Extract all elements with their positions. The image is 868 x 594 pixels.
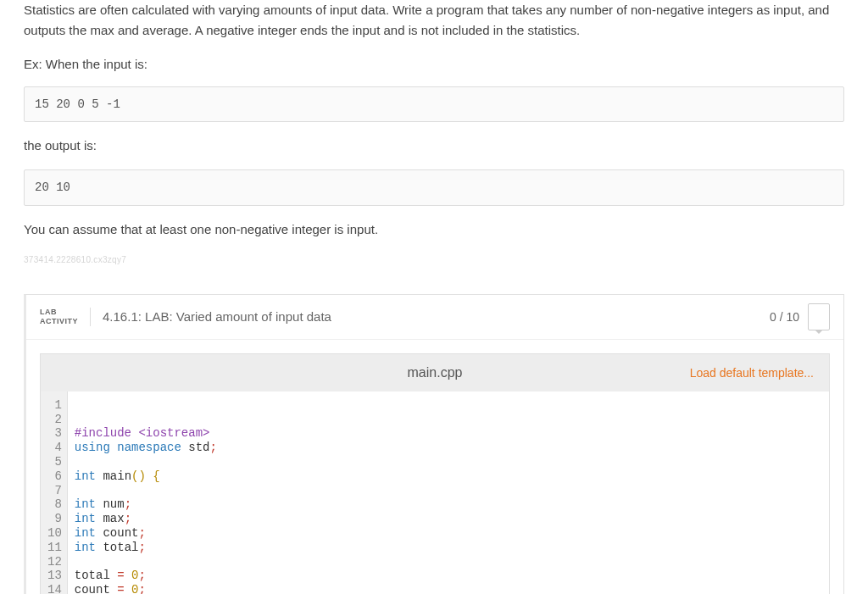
editor-body[interactable]: 1234567891011121314151617 #include <iost… [41, 391, 829, 594]
filename-label: main.cpp [408, 362, 463, 384]
line-number: 6 [47, 469, 62, 484]
problem-description: Statistics are often calculated with var… [24, 0, 844, 41]
line-number: 11 [47, 541, 62, 555]
code-line[interactable] [75, 484, 822, 498]
lab-badge: LAB ACTIVITY [40, 308, 91, 326]
editor-header: main.cpp Load default template... [41, 354, 829, 391]
line-number: 13 [47, 569, 62, 583]
code-line[interactable]: total = 0; [75, 569, 822, 583]
output-label: the output is: [24, 136, 844, 156]
code-line[interactable]: int num; [75, 497, 822, 512]
score-shield-icon [808, 303, 830, 330]
line-number: 7 [47, 484, 62, 498]
line-number: 5 [47, 455, 62, 469]
line-number: 14 [47, 583, 62, 594]
line-number: 4 [47, 441, 62, 455]
code-line[interactable]: int main() { [75, 469, 822, 484]
code-line[interactable]: int count; [75, 526, 822, 541]
code-line[interactable]: using namespace std; [75, 441, 822, 455]
lab-badge-line1: LAB [40, 308, 78, 317]
line-number-gutter: 1234567891011121314151617 [41, 391, 68, 594]
example-input-block: 15 20 0 5 -1 [24, 86, 844, 122]
lab-title: 4.16.1: LAB: Varied amount of input data [103, 307, 770, 327]
line-number: 12 [47, 555, 62, 569]
line-number: 3 [47, 426, 62, 441]
line-number: 1 [47, 398, 62, 413]
example-label: Ex: When the input is: [24, 54, 844, 75]
score-text: 0 / 10 [770, 308, 799, 326]
example-output-block: 20 10 [24, 169, 844, 205]
code-line[interactable]: #include <iostream> [75, 426, 822, 441]
code-text-area[interactable]: #include <iostream>using namespace std;i… [68, 391, 829, 594]
line-number: 2 [47, 413, 62, 427]
line-number: 9 [47, 512, 62, 526]
line-number: 8 [47, 497, 62, 512]
load-template-link[interactable]: Load default template... [690, 364, 814, 382]
lab-badge-line2: ACTIVITY [40, 317, 78, 326]
code-line[interactable]: int max; [75, 512, 822, 526]
code-line[interactable] [75, 555, 822, 569]
lab-panel: LAB ACTIVITY 4.16.1: LAB: Varied amount … [24, 294, 844, 594]
code-line[interactable] [75, 455, 822, 469]
code-line[interactable]: int total; [75, 541, 822, 555]
assumption-text: You can assume that at least one non-neg… [24, 219, 844, 240]
lab-header: LAB ACTIVITY 4.16.1: LAB: Varied amount … [26, 295, 843, 340]
code-line[interactable]: count = 0; [75, 583, 822, 594]
code-editor: main.cpp Load default template... 123456… [40, 353, 830, 594]
watermark: 373414.2228610.cx3zqy7 [24, 253, 844, 267]
line-number: 10 [47, 526, 62, 541]
